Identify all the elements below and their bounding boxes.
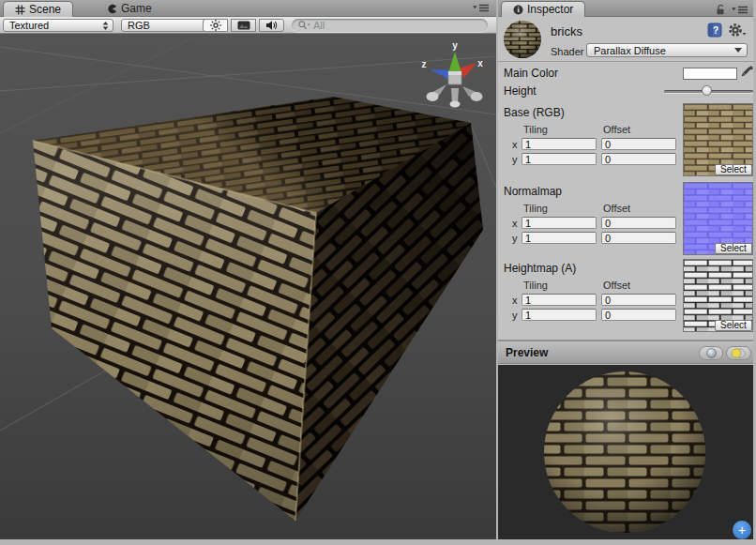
light-toggle-icon	[731, 348, 747, 358]
gizmo-y-label: y	[452, 40, 458, 51]
main-color-label: Main Color	[504, 67, 558, 80]
x-axis-label: x	[512, 295, 518, 306]
audio-toggle-button[interactable]	[259, 19, 284, 32]
search-icon	[298, 21, 310, 30]
tiling-header: Tiling	[523, 280, 548, 291]
preview-mesh-button[interactable]	[699, 346, 723, 360]
skybox-toggle-button[interactable]	[231, 19, 256, 32]
scene-search-field[interactable]	[292, 19, 488, 32]
lighting-toggle-button[interactable]	[203, 19, 228, 32]
normalmap-offset-x-input[interactable]	[601, 217, 676, 229]
normalmap-tiling-x-input[interactable]	[522, 217, 597, 229]
y-axis-label: y	[512, 310, 518, 321]
normalmap-offset-y-input[interactable]	[601, 232, 676, 244]
tab-game[interactable]: Game	[101, 0, 158, 17]
gizmo-z-label: z	[422, 59, 427, 69]
preview-light-button[interactable]	[726, 346, 751, 360]
main-color-swatch[interactable]	[683, 68, 737, 80]
panel-menu-icon[interactable]	[473, 4, 489, 12]
speaker-icon	[265, 20, 278, 31]
material-header: bricks ? Shader Parallax Diffuse	[498, 17, 753, 62]
shader-value: Parallax Diffuse	[594, 45, 666, 56]
offset-header: Offset	[603, 124, 630, 135]
chevron-down-icon	[734, 48, 742, 53]
tab-scene[interactable]: Scene	[3, 1, 73, 17]
base-offset-y-input[interactable]	[601, 153, 676, 165]
inspector-panel: i Inspector	[498, 0, 753, 539]
tab-scene-label: Scene	[29, 3, 61, 16]
grid-icon	[15, 5, 25, 15]
heightmap-offset-x-input[interactable]	[601, 294, 676, 306]
y-axis-label: y	[512, 154, 518, 165]
svg-text:?: ?	[713, 25, 718, 36]
add-button[interactable]: +	[733, 521, 751, 539]
normalmap-texture-thumbnail[interactable]: Select	[683, 182, 753, 255]
image-icon	[237, 21, 250, 30]
preview-header[interactable]: Preview	[498, 341, 753, 364]
tab-inspector-label: Inspector	[527, 3, 573, 16]
normalmap-select-button[interactable]: Select	[715, 243, 752, 254]
base-offset-x-input[interactable]	[601, 138, 676, 150]
gizmo-x-label: x	[477, 58, 483, 68]
sphere-icon	[706, 348, 717, 358]
base-select-button[interactable]: Select	[715, 164, 752, 175]
section-title-heightmap: Heightmap (A)	[504, 262, 576, 275]
lock-icon[interactable]	[716, 4, 726, 15]
y-axis-label: y	[512, 233, 518, 244]
gizmo-cube-top-highlight	[448, 71, 461, 75]
shader-dropdown[interactable]: Parallax Diffuse	[586, 43, 748, 57]
x-axis-label: x	[512, 139, 518, 150]
scene-viewport[interactable]: y x z	[0, 34, 496, 539]
draw-mode-dropdown[interactable]: Textured	[3, 19, 113, 32]
inspector-tabbar: i Inspector	[498, 0, 753, 17]
offset-header: Offset	[603, 203, 630, 214]
eyedropper-icon[interactable]	[739, 64, 754, 79]
panel-menu-icon[interactable]	[732, 6, 748, 14]
info-icon: i	[513, 5, 523, 15]
sun-icon	[210, 20, 221, 31]
base-tiling-y-input[interactable]	[522, 153, 597, 165]
tiling-header: Tiling	[523, 124, 548, 135]
tab-inspector[interactable]: i Inspector	[501, 1, 585, 17]
height-slider[interactable]	[664, 84, 753, 98]
scene-search-input[interactable]	[313, 20, 481, 31]
scene-panel: Scene Game Textured RGB	[0, 0, 496, 539]
preview-sphere	[498, 365, 753, 539]
preview-area[interactable]: +	[498, 365, 753, 539]
section-title-normalmap: Normalmap	[504, 185, 562, 198]
gear-icon[interactable]	[728, 23, 747, 38]
material-name: bricks	[551, 24, 582, 38]
color-mode-value: RGB	[128, 20, 150, 31]
heightmap-tiling-x-input[interactable]	[522, 294, 597, 306]
section-title-base: Base (RGB)	[504, 106, 565, 119]
help-icon[interactable]: ?	[707, 23, 722, 38]
popup-arrows-icon	[102, 22, 109, 30]
scene-3d-view: y x z	[0, 34, 496, 539]
tab-game-label: Game	[121, 2, 152, 15]
base-tiling-x-input[interactable]	[522, 138, 597, 150]
heightmap-offset-y-input[interactable]	[601, 309, 676, 321]
game-icon	[107, 4, 117, 14]
heightmap-texture-thumbnail[interactable]: Select	[683, 259, 753, 332]
preview-title: Preview	[506, 346, 548, 359]
material-sphere-thumbnail	[503, 20, 542, 59]
slider-thumb[interactable]	[702, 85, 712, 96]
plus-icon: +	[738, 523, 746, 537]
heightmap-select-button[interactable]: Select	[715, 320, 752, 331]
offset-header: Offset	[603, 280, 630, 291]
scene-toolbar: Textured RGB	[0, 17, 496, 34]
x-axis-label: x	[512, 218, 518, 229]
tiling-header: Tiling	[523, 203, 548, 214]
scene-tabbar: Scene Game	[0, 0, 496, 17]
shader-label: Shader	[551, 46, 583, 57]
normalmap-tiling-y-input[interactable]	[522, 232, 597, 244]
heightmap-tiling-y-input[interactable]	[522, 309, 597, 321]
base-texture-thumbnail[interactable]: Select	[683, 103, 753, 176]
draw-mode-value: Textured	[9, 20, 49, 31]
height-label: Height	[504, 84, 537, 98]
